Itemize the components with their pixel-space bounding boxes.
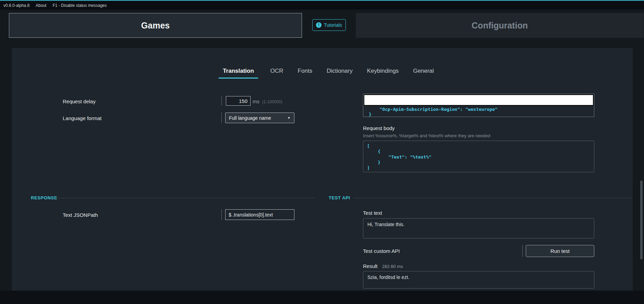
tab-dictionary[interactable]: Dictionary: [325, 68, 355, 79]
request-delay-label: Request delay: [63, 98, 96, 104]
text-jsonpath-label: Text JSONPath: [63, 212, 98, 218]
language-format-separator: [221, 113, 222, 123]
tab-general-label: General: [413, 68, 434, 74]
footer-strip: [0, 291, 644, 304]
tab-ocr-label: OCR: [270, 68, 283, 74]
menu-about[interactable]: About: [36, 3, 46, 8]
language-format-select[interactable]: Full language name ▼: [225, 113, 294, 123]
vertical-scrollbar[interactable]: [640, 180, 643, 259]
tutorials-label: Tutorials: [324, 22, 342, 28]
tab-translation-label: Translation: [223, 68, 254, 74]
settings-tabs: Translation OCR Fonts Dictionary Keybind…: [12, 68, 633, 79]
chevron-down-icon: ▼: [287, 116, 294, 120]
request-delay-range-hint: (1-100000): [262, 100, 282, 104]
tab-configuration-label: Configuration: [472, 21, 528, 31]
result-time-label: 282.60 ms: [382, 264, 403, 269]
tab-fonts-label: Fonts: [298, 68, 313, 74]
request-body-editor[interactable]: [ { "Text": "%text%" } ]: [363, 141, 594, 172]
response-section-divider: [53, 198, 314, 198]
headers-editor-selected-line[interactable]: [364, 94, 594, 106]
version-label: v0.6.0-alpha.8: [3, 3, 29, 8]
request-delay-separator: [221, 96, 222, 106]
headers-code-region-line: "Ocp-Apim-Subscription-Region": "westeur…: [369, 107, 498, 112]
test-api-section-title: TEST API: [329, 195, 350, 200]
language-format-value: Full language name: [226, 115, 287, 121]
tab-keybindings-label: Keybindings: [367, 68, 399, 74]
body-code-line: {: [367, 149, 590, 154]
request-body-label: Request body: [363, 125, 395, 131]
configuration-panel: Translation OCR Fonts Dictionary Keybind…: [12, 48, 633, 291]
request-headers-editor[interactable]: "Ocp-Apim-Subscription-Region": "westeur…: [363, 94, 594, 117]
request-delay-input[interactable]: [226, 96, 251, 106]
tab-games-label: Games: [141, 21, 170, 31]
result-label: Result: [363, 263, 378, 269]
tab-dictionary-label: Dictionary: [327, 68, 353, 74]
tab-general[interactable]: General: [411, 68, 436, 79]
tab-games[interactable]: Games: [9, 13, 302, 38]
tab-ocr[interactable]: OCR: [268, 68, 285, 79]
test-text-input[interactable]: Hi, Translate this.: [363, 218, 594, 238]
headers-code-close-line: }: [369, 112, 372, 117]
test-api-section-divider: [353, 198, 632, 198]
run-test-separator: [522, 245, 523, 257]
body-code-line: ]: [367, 165, 590, 171]
info-icon: !: [316, 22, 321, 28]
request-delay-unit: ms: [253, 98, 259, 104]
run-test-button[interactable]: Run test: [526, 245, 594, 257]
language-format-label: Language format: [63, 115, 101, 121]
result-output[interactable]: Szia, forditsd le ezt.: [363, 271, 594, 289]
status-messages-hint: F1 - Disable status messages: [52, 3, 107, 8]
body-code-line: [: [367, 143, 590, 149]
body-code-line: }: [367, 160, 590, 165]
request-body-hint: Insert %source%, %target% and %text% whe…: [363, 133, 490, 138]
menubar: v0.6.0-alpha.8 About F1 - Disable status…: [0, 1, 644, 10]
tab-translation[interactable]: Translation: [219, 68, 258, 79]
body-code-line: "Text": "%text%": [367, 154, 590, 160]
test-custom-api-label: Test custom API: [363, 248, 400, 254]
app-window: v0.6.0-alpha.8 About F1 - Disable status…: [0, 0, 644, 304]
tab-fonts[interactable]: Fonts: [296, 68, 315, 79]
test-text-label: Test text: [363, 210, 382, 216]
text-jsonpath-input[interactable]: [225, 209, 294, 220]
tab-keybindings[interactable]: Keybindings: [365, 68, 401, 79]
tutorials-button[interactable]: ! Tutorials: [312, 19, 346, 31]
jsonpath-separator: [221, 209, 222, 220]
tab-configuration[interactable]: Configuration: [356, 13, 644, 38]
